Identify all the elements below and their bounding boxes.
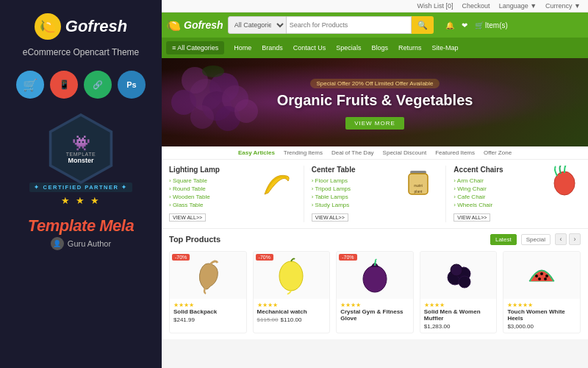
tab-latest[interactable]: Latest [490, 234, 517, 245]
card-stars-3: ★★★★ [340, 302, 409, 308]
svg-point-23 [535, 275, 538, 277]
svg-point-21 [451, 264, 462, 276]
pagination-arrows: ‹ › [555, 233, 581, 245]
brand-logo: 🍋 Gofresh [35, 13, 127, 40]
banana-image [256, 166, 296, 201]
card-info-5: ★★★★★ Touch Women White Heels $3,000.00 [503, 299, 580, 333]
template-monster-name: Monster [68, 157, 93, 164]
prev-arrow[interactable]: ‹ [555, 233, 567, 245]
card-name-2: Mechanical watch [257, 308, 326, 315]
menu-bar: ≡ All Categories Home Brands Contact Us … [162, 38, 588, 58]
product-card-3[interactable]: -70% ★★★★ Crystal Gym & Fitness Glove [336, 251, 414, 333]
svg-point-25 [545, 275, 548, 277]
product-card-2[interactable]: -70% ★★★★ Mechanical watch $115.00$110.0… [253, 251, 331, 333]
search-bar: All Categories 🔍 [228, 16, 434, 34]
svg-point-9 [202, 66, 224, 77]
slider-bar: Easy Articles Trending Items Deal of The… [162, 146, 588, 160]
wishlist-label: Wish List [0] [417, 2, 453, 10]
search-input[interactable] [287, 16, 412, 34]
menu-home[interactable]: Home [229, 41, 257, 54]
card-img-3: -70% [337, 252, 413, 299]
products-section: Lighting Lamp Square Table Round Table W… [162, 160, 588, 228]
card-stars-1: ★★★★ [173, 302, 243, 308]
view-all-col2[interactable]: VIEW ALL>> [312, 213, 348, 222]
card-info-2: ★★★★ Mechanical watch $115.00$110.00 [254, 299, 330, 326]
menu-brands[interactable]: Brands [257, 41, 288, 54]
template-monster-label: Template [66, 152, 96, 157]
ps-tech-icon[interactable]: Ps [118, 71, 146, 99]
currency-dropdown[interactable]: Currency ▼ [545, 2, 581, 10]
brand-subtitle: eCommerce Opencart Theme [23, 46, 140, 59]
guru-author-label: Guru Author [68, 239, 111, 248]
menu-sitemap[interactable]: Site-Map [426, 41, 463, 54]
svg-point-24 [540, 272, 543, 275]
card-name-5: Touch Women White Heels [507, 308, 576, 322]
card-price-5: $3,000.00 [507, 323, 576, 330]
menu-blogs[interactable]: Blogs [366, 41, 393, 54]
product-card-4[interactable]: ★★★★ Solid Men & Women Muffler $1,283.00 [420, 251, 498, 333]
card-name-1: Solid Backpack [173, 308, 243, 315]
monster-icon: 👾 [72, 134, 90, 152]
jar-svg: nutri plant [400, 166, 437, 202]
card-img-5 [503, 252, 580, 299]
hero-content: Special Offer 20% Off Limited Offer Avai… [277, 75, 473, 130]
product-card-5[interactable]: ★★★★★ Touch Women White Heels $3,000.00 [503, 251, 581, 333]
svg-text:nutri: nutri [414, 183, 423, 188]
svg-point-6 [190, 105, 214, 129]
card-price-2: $115.00$110.00 [257, 316, 326, 323]
card-info-1: ★★★★ Solid Backpack $241.99 [170, 299, 246, 326]
slider-trending[interactable]: Trending Items [284, 149, 323, 156]
menu-returns[interactable]: Returns [393, 41, 427, 54]
card-img-2: -70% [254, 252, 330, 299]
notification-icon[interactable]: 🔔 [445, 21, 454, 29]
menu-contact[interactable]: Contact Us [288, 41, 331, 54]
seller-name: Template Mela [28, 216, 134, 236]
nav-logo-icon: 🍋 [166, 18, 181, 32]
card-stars-5: ★★★★★ [507, 302, 576, 308]
prod-item[interactable]: Study Lamps [312, 201, 439, 209]
cart-tech-icon[interactable]: 🛒 [16, 71, 44, 99]
all-categories-menu[interactable]: ≡ All Categories [166, 41, 224, 54]
menu-specials[interactable]: Specials [331, 41, 366, 54]
menu-items: Home Brands Contact Us Specials Blogs Re… [229, 41, 463, 54]
nav-logo[interactable]: 🍋 Gofresh [166, 18, 223, 32]
view-more-button[interactable]: VIEW MORE [345, 117, 404, 130]
search-category-select[interactable]: All Categories [228, 16, 287, 34]
card-price-1: $241.99 [173, 316, 243, 323]
lemon-svg [273, 255, 309, 296]
product-col-3: Accent Chairs Arm Chair Wing Chair Cafe … [453, 166, 581, 222]
card-name-4: Solid Men & Women Muffler [424, 308, 493, 322]
card-badge-3: -70% [339, 254, 356, 261]
currency-label: Currency ▼ [545, 2, 581, 10]
heart-icon[interactable]: ❤ [462, 21, 467, 29]
slider-special[interactable]: Special Discount [383, 149, 427, 156]
prod-item[interactable]: Glass Table [169, 201, 296, 209]
cart-icon[interactable]: 🛒 Item(s) [475, 21, 508, 29]
top-bar: Wish List [0] Checkout Language ▼ Curren… [162, 0, 588, 13]
view-all-col1[interactable]: VIEW ALL>> [169, 213, 206, 222]
tab-special[interactable]: Special [521, 234, 551, 245]
language-dropdown[interactable]: Language ▼ [499, 2, 537, 10]
slider-featured[interactable]: Featured Items [435, 149, 475, 156]
wish-list-link[interactable]: Wish List [0] [417, 2, 453, 10]
card-info-3: ★★★★ Crystal Gym & Fitness Glove [337, 299, 413, 326]
view-all-col3[interactable]: VIEW ALL>> [453, 213, 490, 222]
checkout-link[interactable]: Checkout [462, 2, 490, 10]
slider-easy-articles[interactable]: Easy Articles [238, 149, 275, 156]
card-name-3: Crystal Gym & Fitness Glove [340, 308, 409, 322]
guru-icon: 👤 [51, 237, 64, 250]
all-categories-label: ≡ All Categories [172, 44, 218, 52]
card-img-1: -70% [170, 252, 246, 299]
slider-deal[interactable]: Deal of The Day [331, 149, 374, 156]
slider-offer[interactable]: Offer Zone [484, 149, 512, 156]
prod-item[interactable]: Wheels Chair [453, 201, 581, 209]
multi-tech-icon[interactable]: 🔗 [84, 71, 112, 99]
product-card-1[interactable]: -70% ★★★★ Solid Backpack $241.99 [169, 251, 247, 333]
card-info-4: ★★★★ Solid Men & Women Muffler $1,283.00 [420, 299, 497, 333]
product-col-2: nutri plant Center Table Floor Lamps Tri… [312, 166, 447, 222]
cart-label: Item(s) [485, 21, 508, 29]
card-badge-1: -70% [172, 254, 190, 261]
next-arrow[interactable]: › [569, 233, 581, 245]
search-button[interactable]: 🔍 [412, 16, 434, 34]
responsive-tech-icon[interactable]: 📱 [50, 71, 78, 99]
